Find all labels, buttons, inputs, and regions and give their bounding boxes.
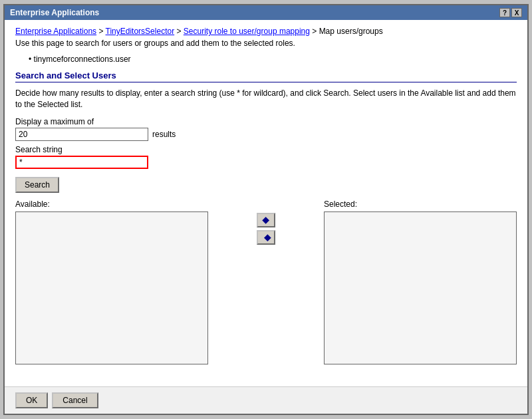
breadcrumb-sep1: > bbox=[98, 27, 105, 36]
lists-container: Available: ◆ ◆ Selected: bbox=[15, 200, 517, 364]
footer: OK Cancel bbox=[5, 386, 527, 414]
search-input[interactable] bbox=[15, 156, 148, 169]
selected-list[interactable] bbox=[324, 211, 517, 364]
breadcrumb-sep3: > bbox=[312, 27, 319, 36]
breadcrumb: Enterprise Applications > TinyEditorsSel… bbox=[15, 27, 517, 36]
search-string-label-wrap: Search string bbox=[15, 145, 517, 154]
move-left-button[interactable]: ◆ bbox=[257, 230, 275, 245]
available-label: Available: bbox=[15, 200, 208, 209]
selected-label: Selected: bbox=[324, 200, 517, 209]
arrow-right-icon: ◆ bbox=[261, 216, 271, 223]
display-max-input[interactable] bbox=[15, 128, 148, 141]
display-max-row: results bbox=[15, 128, 517, 141]
title-bar-buttons: ? X bbox=[499, 8, 522, 17]
breadcrumb-security[interactable]: Security role to user/group mapping bbox=[184, 27, 310, 36]
breadcrumb-current: Map users/groups bbox=[319, 27, 383, 36]
close-button[interactable]: X bbox=[511, 8, 522, 17]
available-list[interactable] bbox=[15, 211, 208, 364]
window-title: Enterprise Applications bbox=[10, 8, 99, 17]
breadcrumb-enterprise[interactable]: Enterprise Applications bbox=[15, 27, 96, 36]
section-desc: Decide how many results to display, ente… bbox=[15, 88, 517, 110]
selected-section: Selected: bbox=[324, 200, 517, 364]
breadcrumb-sep2: > bbox=[176, 27, 183, 36]
main-window: Enterprise Applications ? X Enterprise A… bbox=[3, 4, 529, 415]
cancel-button[interactable]: Cancel bbox=[52, 392, 98, 408]
arrow-left-icon: ◆ bbox=[261, 233, 271, 241]
role-item: tinymceforconnections.user bbox=[29, 55, 517, 64]
display-max-label: Display a maximum of bbox=[15, 117, 517, 126]
main-content: Enterprise Applications > TinyEditorsSel… bbox=[5, 20, 527, 386]
breadcrumb-tiny[interactable]: TinyEditorsSelector bbox=[106, 27, 175, 36]
help-button[interactable]: ? bbox=[499, 8, 510, 17]
search-string-row bbox=[15, 156, 517, 169]
display-label: Display a maximum of bbox=[15, 117, 517, 126]
results-label: results bbox=[152, 130, 176, 139]
search-string-label: Search string bbox=[15, 145, 517, 154]
search-button[interactable]: Search bbox=[15, 177, 59, 193]
title-bar: Enterprise Applications ? X bbox=[5, 5, 527, 20]
section-title: Search and Select Users bbox=[15, 70, 517, 82]
available-section: Available: bbox=[15, 200, 208, 364]
move-right-button[interactable]: ◆ bbox=[257, 213, 275, 227]
page-description: Use this page to search for users or gro… bbox=[15, 39, 517, 48]
ok-button[interactable]: OK bbox=[15, 392, 48, 408]
arrow-buttons-container: ◆ ◆ bbox=[208, 213, 324, 245]
